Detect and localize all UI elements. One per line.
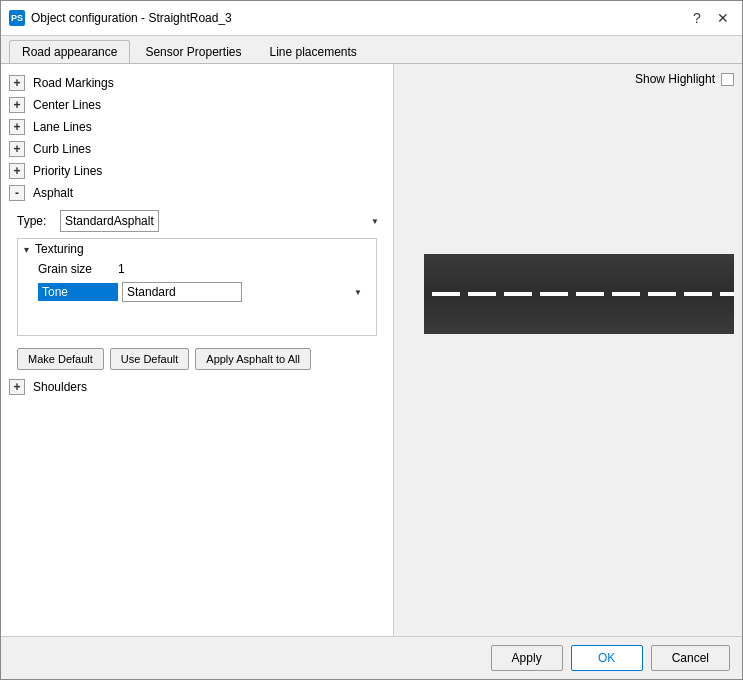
expand-road-markings[interactable]: +	[9, 75, 25, 91]
expand-center-lines[interactable]: +	[9, 97, 25, 113]
tone-select-wrapper: Standard Light Dark	[122, 282, 368, 302]
tone-select[interactable]: Standard Light Dark	[122, 282, 242, 302]
help-button[interactable]: ?	[686, 7, 708, 29]
lane-lines-label: Lane Lines	[33, 120, 92, 134]
grain-size-value: 1	[118, 262, 125, 276]
tab-road-appearance[interactable]: Road appearance	[9, 40, 130, 63]
type-select[interactable]: StandardAsphalt	[60, 210, 159, 232]
tabs-bar: Road appearance Sensor Properties Line p…	[1, 36, 742, 64]
texturing-chevron: ▾	[24, 244, 29, 255]
asphalt-label: Asphalt	[33, 186, 73, 200]
show-highlight-row: Show Highlight	[635, 72, 734, 86]
road-markings-label: Road Markings	[33, 76, 114, 90]
road-dash	[684, 292, 712, 296]
show-highlight-checkbox[interactable]	[721, 73, 734, 86]
app-icon: PS	[9, 10, 25, 26]
road-dashes	[424, 292, 734, 296]
tone-label: Tone	[38, 283, 118, 301]
shoulders-label: Shoulders	[33, 380, 87, 394]
section-shoulders[interactable]: + Shoulders	[1, 376, 393, 398]
expand-curb-lines[interactable]: +	[9, 141, 25, 157]
window-title: Object configuration - StraightRoad_3	[31, 11, 680, 25]
title-bar: PS Object configuration - StraightRoad_3…	[1, 1, 742, 36]
action-buttons: Make Default Use Default Apply Asphalt t…	[9, 342, 385, 376]
section-curb-lines[interactable]: + Curb Lines	[1, 138, 393, 160]
center-lines-label: Center Lines	[33, 98, 101, 112]
dialog: PS Object configuration - StraightRoad_3…	[0, 0, 743, 680]
asphalt-content: Type: StandardAsphalt ▾ Texturing Grain …	[1, 204, 393, 376]
texturing-box: ▾ Texturing Grain size 1 Tone Standard L…	[17, 238, 377, 336]
grain-size-row: Grain size 1	[18, 259, 376, 279]
left-panel: + Road Markings + Center Lines + Lane Li…	[1, 64, 394, 636]
type-row: Type: StandardAsphalt	[9, 210, 385, 232]
footer: Apply OK Cancel	[1, 636, 742, 679]
show-highlight-label: Show Highlight	[635, 72, 715, 86]
apply-asphalt-button[interactable]: Apply Asphalt to All	[195, 348, 311, 370]
texturing-header[interactable]: ▾ Texturing	[18, 239, 376, 259]
road-dash	[720, 292, 734, 296]
expand-lane-lines[interactable]: +	[9, 119, 25, 135]
road-dash	[468, 292, 496, 296]
section-lane-lines[interactable]: + Lane Lines	[1, 116, 393, 138]
apply-button[interactable]: Apply	[491, 645, 563, 671]
grain-size-label: Grain size	[38, 262, 118, 276]
texturing-label: Texturing	[35, 242, 84, 256]
road-dash	[648, 292, 676, 296]
texturing-empty-space	[18, 305, 376, 335]
road-dash	[504, 292, 532, 296]
cancel-button[interactable]: Cancel	[651, 645, 730, 671]
tone-row: Tone Standard Light Dark	[18, 279, 376, 305]
expand-asphalt[interactable]: -	[9, 185, 25, 201]
close-button[interactable]: ✕	[712, 7, 734, 29]
tab-line-placements[interactable]: Line placements	[256, 40, 369, 63]
type-select-wrapper: StandardAsphalt	[60, 210, 385, 232]
expand-shoulders[interactable]: +	[9, 379, 25, 395]
ok-button[interactable]: OK	[571, 645, 643, 671]
title-buttons: ? ✕	[686, 7, 734, 29]
expand-priority-lines[interactable]: +	[9, 163, 25, 179]
section-priority-lines[interactable]: + Priority Lines	[1, 160, 393, 182]
section-road-markings[interactable]: + Road Markings	[1, 72, 393, 94]
tab-sensor-properties[interactable]: Sensor Properties	[132, 40, 254, 63]
content-area: + Road Markings + Center Lines + Lane Li…	[1, 64, 742, 636]
road-dash	[540, 292, 568, 296]
right-panel: Show Highlight	[394, 64, 742, 636]
make-default-button[interactable]: Make Default	[17, 348, 104, 370]
type-label: Type:	[17, 214, 52, 228]
section-center-lines[interactable]: + Center Lines	[1, 94, 393, 116]
road-dash	[432, 292, 460, 296]
road-preview	[424, 254, 734, 334]
curb-lines-label: Curb Lines	[33, 142, 91, 156]
priority-lines-label: Priority Lines	[33, 164, 102, 178]
use-default-button[interactable]: Use Default	[110, 348, 189, 370]
road-dash	[576, 292, 604, 296]
section-asphalt[interactable]: - Asphalt	[1, 182, 393, 204]
road-dash	[612, 292, 640, 296]
